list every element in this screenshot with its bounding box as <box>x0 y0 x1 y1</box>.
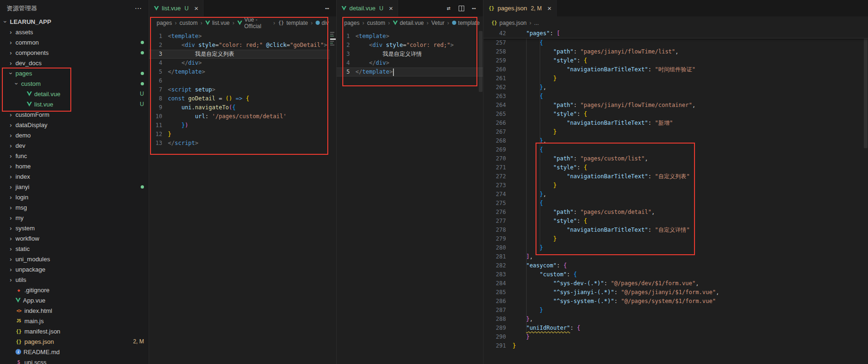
code-line-277[interactable]: 277 "style": { <box>483 217 868 226</box>
folder-item-dev_docs[interactable]: ›dev_docs <box>0 58 149 68</box>
file-item-App.vue[interactable]: ›App.vue <box>0 295 149 305</box>
code-line-4[interactable]: 4 </div> <box>149 59 336 68</box>
scrollbar-thumb[interactable] <box>479 31 483 92</box>
file-item-.gitignore[interactable]: ›◆.gitignore <box>0 285 149 295</box>
code-line-282[interactable]: 282 "easycom": { <box>483 261 868 270</box>
code-line-273[interactable]: 273 } <box>483 181 868 190</box>
folder-item-index[interactable]: ›index <box>0 171 149 182</box>
chevron-icon[interactable]: › <box>8 111 13 118</box>
line-number[interactable]: 281 <box>483 252 513 261</box>
file-item-README.md[interactable]: ›iREADME.md <box>0 347 149 357</box>
breadcrumb-item[interactable]: pages <box>344 20 360 26</box>
code-line-5[interactable]: 5</template> <box>337 68 483 76</box>
code-editor-pagesjson[interactable]: 257 {258 "path": "pages/jianyi/flowTime/… <box>483 29 868 364</box>
tab-list.vue[interactable]: list.vueU× <box>149 0 204 16</box>
line-number[interactable]: 1 <box>149 32 168 41</box>
line-number[interactable]: 265 <box>483 110 513 119</box>
line-number[interactable]: 3 <box>149 50 168 59</box>
line-number[interactable]: 11 <box>149 121 168 130</box>
file-item-manifest.json[interactable]: ›{}manifest.json <box>0 326 149 336</box>
line-number[interactable]: 3 <box>337 50 355 59</box>
chevron-icon[interactable]: › <box>8 39 13 46</box>
folder-item-utils[interactable]: ›utils <box>0 274 149 285</box>
line-number[interactable]: 9 <box>149 103 168 112</box>
chevron-icon[interactable]: › <box>8 183 13 190</box>
line-number[interactable]: 2 <box>149 41 168 50</box>
chevron-icon[interactable]: › <box>13 81 20 86</box>
line-number[interactable]: 5 <box>149 68 168 76</box>
breadcrumb-item[interactable]: div <box>316 20 329 26</box>
line-number[interactable]: 271 <box>483 163 513 172</box>
code-line-9[interactable]: 9 uni.navigateTo({ <box>149 103 336 112</box>
code-line-287[interactable]: 287 } <box>483 306 868 315</box>
folder-item-custom[interactable]: ›custom <box>0 78 149 89</box>
scrollbar-thumb[interactable] <box>864 31 868 148</box>
line-number[interactable]: 10 <box>149 112 168 121</box>
folder-item-msg[interactable]: ›msg <box>0 202 149 212</box>
folder-item-components[interactable]: ›components <box>0 47 149 58</box>
tab-detail.vue[interactable]: detail.vueU× <box>337 0 398 16</box>
code-line-284[interactable]: 284 "^sys-dev-(.*)": "@/pages/dev/$1/for… <box>483 279 868 288</box>
code-line-264[interactable]: 264 "path": "pages/jianyi/flowTime/conta… <box>483 101 868 110</box>
chevron-icon[interactable]: › <box>8 266 13 273</box>
line-number[interactable]: 290 <box>483 333 513 341</box>
breadcrumb-item[interactable]: pages <box>157 20 172 26</box>
breadcrumb-item[interactable]: list.vue <box>205 20 229 26</box>
more-icon[interactable]: ⋯ <box>324 5 331 12</box>
compare-icon[interactable]: ⇄ <box>445 5 452 12</box>
line-number[interactable]: 291 <box>483 341 513 350</box>
line-number[interactable]: 274 <box>483 190 513 199</box>
code-line-10[interactable]: 10 url: '/pages/custom/detail' <box>149 112 336 121</box>
code-line-286[interactable]: 286 "^sys-system-(.*)": "@/pages/system/… <box>483 297 868 306</box>
file-item-detail.vue[interactable]: ›detail.vueU <box>0 89 149 99</box>
folder-item-common[interactable]: ›common <box>0 37 149 47</box>
chevron-icon[interactable]: › <box>8 173 13 180</box>
folder-item-login[interactable]: ›login <box>0 192 149 202</box>
code-line-259[interactable]: 259 "style": { <box>483 56 868 65</box>
code-line-290[interactable]: 290 } <box>483 333 868 341</box>
chevron-icon[interactable]: › <box>8 71 15 76</box>
chevron-icon[interactable]: › <box>8 29 13 36</box>
code-line-7[interactable]: 7<script setup> <box>149 85 336 94</box>
code-line-291[interactable]: 291} <box>483 341 868 350</box>
line-number[interactable]: 288 <box>483 315 513 324</box>
line-number[interactable]: 268 <box>483 136 513 145</box>
line-number[interactable]: 259 <box>483 56 513 65</box>
chevron-icon[interactable]: › <box>8 204 13 211</box>
code-line-263[interactable]: 263 { <box>483 92 868 101</box>
line-number[interactable]: 287 <box>483 306 513 315</box>
folder-item-jianyi[interactable]: ›jianyi <box>0 182 149 192</box>
code-line-272[interactable]: 272 "navigationBarTitleText": "自定义列表" <box>483 172 868 181</box>
file-item-uni.scss[interactable]: ›Suni.scss <box>0 357 149 364</box>
line-number[interactable]: 1 <box>337 32 355 41</box>
code-line-279[interactable]: 279 } <box>483 235 868 243</box>
code-line-280[interactable]: 280 } <box>483 243 868 252</box>
code-line-266[interactable]: 266 "navigationBarTitleText": "新增" <box>483 119 868 128</box>
code-line-2[interactable]: 2 <div style="color: red;" @click="goDet… <box>149 41 336 50</box>
line-number[interactable]: 262 <box>483 83 513 92</box>
chevron-icon[interactable]: › <box>8 256 13 263</box>
line-number[interactable]: 275 <box>483 199 513 208</box>
code-line-288[interactable]: 288 }, <box>483 315 868 324</box>
line-number[interactable]: 266 <box>483 119 513 128</box>
line-number[interactable]: 283 <box>483 270 513 279</box>
chevron-icon[interactable]: › <box>8 121 13 129</box>
chevron-icon[interactable]: › <box>8 60 13 67</box>
chevron-icon[interactable]: › <box>8 214 13 221</box>
line-number[interactable]: 263 <box>483 92 513 101</box>
folder-item-dataDisplay[interactable]: ›dataDisplay <box>0 120 149 130</box>
close-icon[interactable]: × <box>194 4 198 12</box>
folder-item-workflow[interactable]: ›workflow <box>0 233 149 243</box>
line-number[interactable]: 5 <box>337 68 355 76</box>
code-line-4[interactable]: 4 </div> <box>337 59 483 68</box>
code-line-261[interactable]: 261 } <box>483 74 868 83</box>
line-number[interactable]: 257 <box>483 38 513 47</box>
sticky-scroll-line[interactable]: 42 "pages": [ <box>483 29 868 38</box>
line-number[interactable]: 289 <box>483 324 513 333</box>
code-line-11[interactable]: 11 }) <box>149 121 336 130</box>
code-line-13[interactable]: 13</script> <box>149 139 336 148</box>
chevron-icon[interactable]: › <box>2 19 9 24</box>
folder-item-dev[interactable]: ›dev <box>0 140 149 151</box>
chevron-icon[interactable]: › <box>8 142 13 149</box>
line-number[interactable]: 4 <box>337 59 355 68</box>
